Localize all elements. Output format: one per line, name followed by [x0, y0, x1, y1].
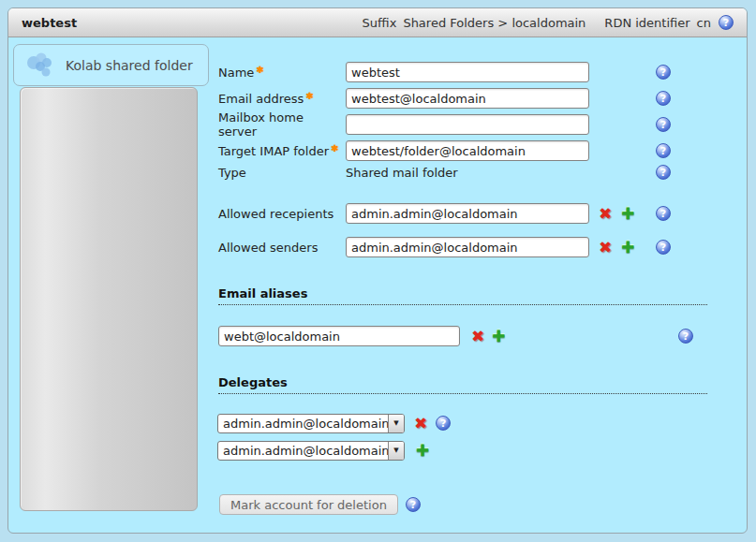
- name-input[interactable]: [346, 62, 589, 82]
- add-icon[interactable]: ✚: [621, 206, 634, 222]
- field-label: Type: [218, 166, 346, 180]
- delegates-heading: Delegates: [218, 375, 707, 394]
- field-label: Target IMAP folder✱: [218, 143, 346, 158]
- delegate-row: admin.admin@localdomain ▼ ✖ ?: [217, 413, 451, 433]
- target-imap-folder-input[interactable]: [346, 140, 589, 161]
- mark-for-deletion-button[interactable]: Mark account for deletion: [219, 494, 398, 515]
- delegate-select[interactable]: admin.admin@localdomain ▼: [217, 414, 405, 433]
- required-icon: ✱: [256, 65, 263, 75]
- remove-icon[interactable]: ✖: [599, 206, 612, 222]
- add-icon[interactable]: ✚: [621, 240, 634, 256]
- form-row-mailbox-home-server: Mailbox home server ?: [218, 114, 589, 135]
- form-row-name: Name✱ ?: [218, 62, 589, 82]
- help-icon[interactable]: ?: [678, 329, 693, 344]
- field-label: Mailbox home server: [218, 110, 346, 139]
- help-icon[interactable]: ?: [656, 240, 671, 255]
- help-icon[interactable]: ?: [656, 143, 671, 158]
- add-icon[interactable]: ✚: [416, 443, 429, 459]
- tab-label: Kolab shared folder: [66, 58, 193, 73]
- type-value: Shared mail folder: [346, 166, 458, 180]
- field-label: Email address✱: [218, 91, 346, 106]
- delegate-select-value: admin.admin@localdomain: [218, 415, 388, 432]
- remove-icon[interactable]: ✖: [471, 329, 484, 344]
- chevron-down-icon[interactable]: ▼: [388, 415, 404, 432]
- remove-icon[interactable]: ✖: [414, 416, 427, 432]
- help-icon[interactable]: ?: [406, 497, 421, 512]
- delegate-select[interactable]: admin.admin@localdomain ▼: [217, 441, 405, 461]
- mailbox-home-server-input[interactable]: [346, 114, 589, 135]
- help-icon[interactable]: ?: [656, 165, 671, 180]
- rdn-identifier-label: RDN identifier: [604, 16, 689, 30]
- field-label: Allowed recepients: [218, 207, 346, 221]
- email-aliases-heading: Email aliases: [218, 286, 707, 305]
- required-icon: ✱: [305, 91, 313, 101]
- form-row-allowed-senders: Allowed senders ✖ ✚ ?: [218, 237, 635, 257]
- delete-row: Mark account for deletion ?: [219, 494, 421, 515]
- email-address-input[interactable]: [346, 88, 589, 109]
- allowed-senders-input[interactable]: [346, 237, 589, 257]
- account-edit-panel: webtest Suffix Shared Folders > localdom…: [7, 7, 748, 534]
- help-icon[interactable]: ?: [656, 117, 671, 132]
- rdn-identifier-value: cn: [697, 16, 711, 30]
- help-icon[interactable]: ?: [719, 15, 734, 30]
- add-icon[interactable]: ✚: [492, 329, 505, 344]
- header-bar: webtest Suffix Shared Folders > localdom…: [8, 8, 747, 37]
- delegate-select-value: admin.admin@localdomain: [218, 442, 388, 460]
- tab-kolab-shared-folder[interactable]: Kolab shared folder: [13, 44, 209, 86]
- suffix-value: Shared Folders > localdomain: [403, 16, 586, 30]
- field-label: Allowed senders: [218, 241, 346, 255]
- form-row-allowed-recipients: Allowed recepients ✖ ✚ ?: [218, 203, 635, 224]
- delegate-row: admin.admin@localdomain ▼ ✚: [217, 440, 429, 461]
- form-row-target-imap-folder: Target IMAP folder✱ ?: [218, 140, 589, 161]
- help-icon[interactable]: ?: [656, 91, 671, 106]
- help-icon[interactable]: ?: [436, 416, 451, 431]
- suffix-label: Suffix: [363, 16, 397, 30]
- kolab-logo-icon: [26, 51, 54, 80]
- allowed-recipients-input[interactable]: [346, 203, 589, 224]
- page-title: webtest: [22, 16, 77, 30]
- remove-icon[interactable]: ✖: [599, 240, 612, 256]
- alias-row: ✖ ✚ ?: [218, 326, 506, 346]
- help-icon[interactable]: ?: [656, 206, 671, 221]
- form-row-type: Type Shared mail folder ?: [218, 162, 458, 183]
- help-icon[interactable]: ?: [656, 65, 671, 80]
- field-label: Name✱: [218, 65, 346, 80]
- chevron-down-icon[interactable]: ▼: [388, 442, 404, 460]
- sidebar-body: [20, 87, 198, 511]
- form-row-email-address: Email address✱ ?: [218, 88, 589, 109]
- email-alias-input[interactable]: [218, 326, 460, 346]
- required-icon: ✱: [331, 143, 338, 154]
